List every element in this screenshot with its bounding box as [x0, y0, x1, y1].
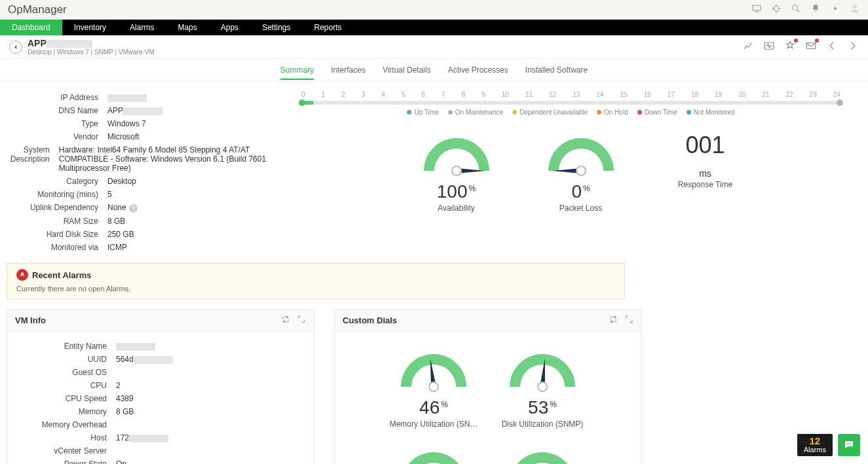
availability-timeline: 0123456789101112131415161718192021222324… [293, 87, 868, 122]
kv-row: System DescriptionHardware: Intel64 Fami… [7, 143, 282, 175]
timeline-start-handle[interactable] [299, 99, 305, 106]
custom-dials-card: Custom Dials 46%Memory Utilization (SN… … [334, 309, 642, 464]
kv-row: Uplink DependencyNone? [7, 201, 282, 215]
info-icon[interactable]: ? [129, 204, 138, 213]
search-icon[interactable] [791, 3, 801, 16]
gauge: 100%Availability [411, 132, 502, 213]
top-gauges: 100%Availability 0%Packet Loss001msRespo… [293, 132, 868, 213]
chart-icon[interactable] [742, 40, 754, 54]
tab-virtual-details[interactable]: Virtual Details [383, 63, 431, 80]
prev-icon[interactable] [826, 40, 838, 54]
gauge: 11%CPU Utilization (VIWeb… [497, 446, 588, 464]
bell-icon[interactable] [810, 3, 821, 16]
kv-row: VendorMicrosoft [7, 130, 282, 143]
svg-point-9 [576, 166, 586, 175]
gauge: 46%Memory Utilization (SN… [388, 348, 480, 429]
tab-active-processes[interactable]: Active Processes [448, 63, 508, 80]
target-icon[interactable] [771, 3, 782, 16]
sub-tabs: SummaryInterfacesVirtual DetailsActive P… [0, 59, 868, 80]
kv-row: Entity Name [15, 340, 306, 353]
custom-dials-title: Custom Dials [343, 315, 397, 325]
recent-alarms-title: Recent Alarms [32, 270, 92, 280]
gauge: 5%CPU Utilization (SNMP) [388, 446, 480, 464]
app-header: OpManager [0, 0, 868, 20]
expand-icon[interactable] [297, 315, 306, 326]
alarms-chip[interactable]: 12 Alarms [797, 434, 833, 456]
svg-point-3 [853, 5, 856, 9]
vm-info-title: VM Info [15, 315, 46, 325]
svg-point-13 [538, 382, 547, 391]
svg-point-7 [452, 166, 461, 175]
gauge: 001msResponse Time [660, 132, 751, 213]
alarms-label: Alarms [804, 446, 826, 454]
recent-alarms-body: Currently there are no open Alarms. [16, 285, 615, 293]
gauge: 53%Disk Utilization (SNMP) [497, 348, 588, 429]
refresh-icon[interactable] [609, 315, 618, 326]
next-icon[interactable] [847, 40, 859, 54]
nav-inventory[interactable]: Inventory [62, 20, 118, 35]
tab-interfaces[interactable]: Interfaces [331, 63, 366, 80]
nav-dashboard[interactable]: Dashboard [0, 20, 62, 35]
monitor-icon[interactable] [751, 3, 762, 16]
kv-row: Hard Disk Size250 GB [7, 228, 282, 241]
page-title: APP [28, 38, 155, 48]
timeline-legend: Up TimeOn MaintenanceDependent Unavailab… [300, 109, 842, 116]
gear-icon[interactable] [830, 3, 840, 16]
kv-row: TypeWindows 7 [7, 117, 282, 130]
back-button[interactable] [9, 41, 22, 54]
kv-row: Power StateOn [15, 457, 306, 464]
nav-alarms[interactable]: Alarms [118, 20, 166, 35]
kv-row: CPU Speed4389 [15, 392, 306, 405]
page-toolbar-icons [742, 40, 859, 54]
svg-point-11 [429, 382, 438, 391]
vm-info-card: VM Info Entity NameUUID564dGuest OSCPU2C… [7, 309, 314, 464]
tab-summary[interactable]: Summary [280, 63, 314, 80]
kv-row: Host172 [15, 431, 306, 444]
svg-point-2 [834, 7, 837, 10]
kv-row: RAM Size8 GB [7, 215, 282, 228]
svg-rect-5 [806, 43, 816, 49]
gauge: 0%Packet Loss [535, 132, 627, 213]
bell-icon [16, 269, 28, 281]
kv-row: Memory Overhead [15, 418, 306, 431]
kv-row: Monitored viaICMP [7, 241, 282, 254]
nav-reports[interactable]: Reports [302, 20, 353, 35]
kv-row: IP Address [7, 91, 282, 104]
kv-row: vCenter Server [15, 444, 306, 457]
kv-row: Guest OS [15, 366, 306, 379]
alert-star-icon[interactable] [784, 40, 796, 54]
kv-row: UUID564d [15, 353, 306, 366]
nav-settings[interactable]: Settings [250, 20, 302, 35]
user-icon[interactable] [850, 3, 860, 16]
kv-row: CategoryDesktop [7, 175, 282, 188]
kv-row: CPU2 [15, 379, 306, 392]
tab-installed-software[interactable]: Installed Software [525, 63, 588, 80]
svg-point-1 [793, 5, 798, 10]
timeline-track[interactable] [300, 101, 842, 105]
expand-icon[interactable] [624, 315, 633, 326]
nav-maps[interactable]: Maps [166, 20, 208, 35]
kv-row: Memory8 GB [15, 405, 306, 418]
timeline-end-handle[interactable] [837, 99, 843, 106]
main-nav: DashboardInventoryAlarmsMapsAppsSettings… [0, 20, 868, 35]
refresh-icon[interactable] [281, 315, 290, 326]
nav-apps[interactable]: Apps [209, 20, 250, 35]
chat-button[interactable] [838, 434, 860, 456]
page-subtitle: Desktop | Windows 7 | SNMP | VMware-VM [28, 48, 155, 56]
mail-icon[interactable] [805, 40, 817, 54]
brand-title: OpManager [8, 3, 67, 16]
device-info-table: IP AddressDNS NameAPPTypeWindows 7Vendor… [7, 91, 282, 254]
header-icons [751, 3, 860, 16]
kv-row: Monitoring (mins)5 [7, 188, 282, 201]
recent-alarms-panel: Recent Alarms Currently there are no ope… [7, 263, 625, 300]
page-toolbar: APP Desktop | Windows 7 | SNMP | VMware-… [0, 35, 868, 59]
waveform-icon[interactable] [763, 40, 775, 54]
svg-point-0 [774, 6, 779, 11]
alarms-count: 12 [804, 437, 826, 446]
kv-row: DNS NameAPP [7, 104, 282, 117]
